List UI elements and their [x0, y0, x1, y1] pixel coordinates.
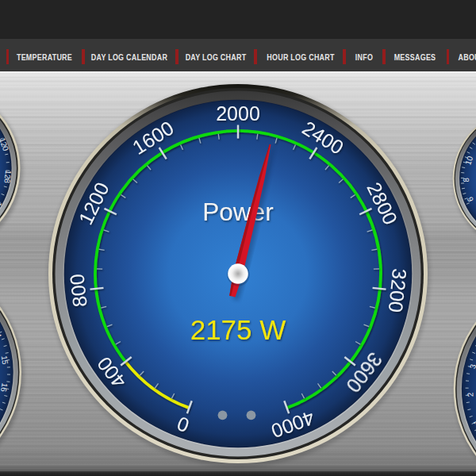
svg-text:800: 800	[66, 273, 91, 308]
svg-text:3200: 3200	[385, 267, 412, 313]
svg-text:8: 8	[462, 177, 470, 182]
svg-text:15: 15	[0, 355, 10, 366]
svg-text:128: 128	[2, 170, 13, 184]
svg-text:16: 16	[0, 382, 10, 393]
svg-text:2000: 2000	[216, 102, 260, 125]
svg-text:2175 W: 2175 W	[190, 314, 286, 345]
